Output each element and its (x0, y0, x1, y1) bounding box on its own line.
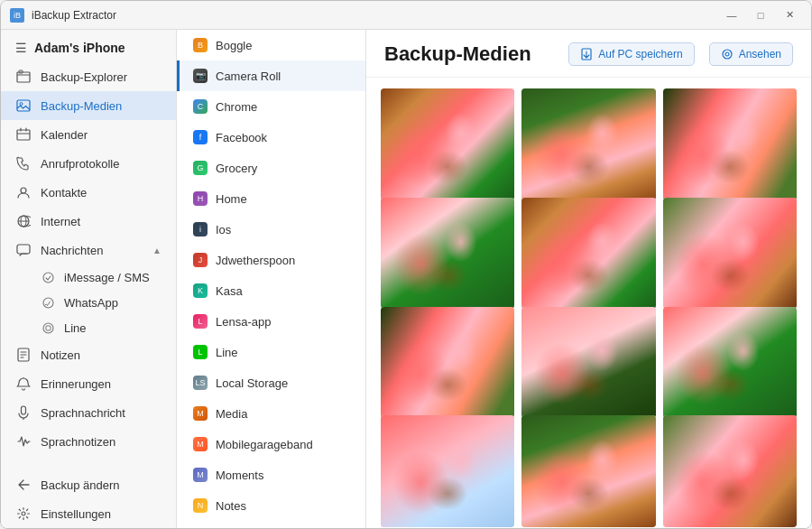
svg-point-15 (22, 512, 25, 515)
photo-thumb-11[interactable] (521, 415, 655, 527)
camera-roll-app-icon: 📷 (192, 68, 208, 84)
middle-item-ios[interactable]: i Ios (177, 214, 365, 245)
middle-item-boggle[interactable]: B Boggle (177, 30, 365, 60)
maximize-button[interactable]: □ (748, 6, 773, 24)
middle-item-label: Lensa-app (216, 315, 271, 329)
sidebar-device-name: Adam's iPhone (34, 41, 125, 55)
view-button[interactable]: Ansehen (709, 42, 793, 66)
middle-item-home[interactable]: H Home (177, 183, 365, 214)
sidebar-sub-item-whatsapp[interactable]: WhatsApp (1, 290, 176, 315)
svg-point-18 (725, 52, 729, 56)
photo-thumb-4[interactable] (381, 198, 514, 310)
sidebar-header: ☰ Adam's iPhone (1, 30, 176, 62)
sidebar-item-internet[interactable]: Internet (1, 207, 176, 236)
middle-item-label: Grocery (216, 162, 257, 175)
sidebar-item-backup-explorer[interactable]: Backup-Explorer (1, 62, 176, 91)
middle-item-label: Ios (216, 223, 231, 237)
middle-item-label: Camera Roll (216, 70, 281, 83)
middle-item-mobilegarageband[interactable]: M Mobilegarageband (177, 429, 365, 459)
sidebar-item-label: Backup-Explorer (41, 70, 127, 84)
middle-item-kasa[interactable]: K Kasa (177, 275, 365, 306)
svg-point-9 (43, 273, 53, 283)
photo-thumb-3[interactable] (663, 88, 797, 200)
photo-thumb-6[interactable] (663, 198, 797, 310)
grocery-app-icon: G (192, 160, 208, 176)
sidebar-item-einstellungen[interactable]: Einstellungen (1, 499, 176, 528)
sidebar-item-kontakte[interactable]: Kontakte (1, 178, 176, 207)
app-window: iB iBackup Extractor — □ ✕ ☰ Adam's iPho… (0, 0, 812, 529)
middle-item-label: Kasa (216, 284, 243, 298)
whatsapp-icon (41, 295, 55, 310)
main-header: Backup-Medien Auf PC speichern Ansehen (366, 30, 811, 78)
svg-point-17 (723, 50, 732, 59)
sidebar-item-label: Erinnerungen (41, 377, 111, 391)
media-app-icon: M (192, 405, 208, 422)
photo-thumb-1[interactable] (381, 88, 514, 200)
sidebar-sub-item-line[interactable]: Line (1, 315, 176, 340)
svg-point-3 (20, 103, 23, 106)
chrome-app-icon: C (192, 98, 208, 115)
sidebar-item-label: Sprachnachricht (41, 406, 125, 420)
sidebar-item-backup-medien[interactable]: Backup-Medien (1, 91, 176, 120)
middle-item-media[interactable]: M Media (177, 398, 365, 429)
line-app-icon: L (192, 344, 208, 360)
middle-item-jdwetherspoon[interactable]: J Jdwetherspoon (177, 245, 365, 275)
photo-thumb-8[interactable] (521, 307, 655, 419)
svg-point-5 (21, 188, 26, 193)
middle-item-line[interactable]: L Line (177, 337, 365, 367)
imessage-icon (41, 270, 55, 284)
photo-thumb-9[interactable] (663, 307, 797, 419)
sidebar-sub-item-imessage[interactable]: iMessage / SMS (1, 264, 176, 290)
close-button[interactable]: ✕ (777, 6, 802, 24)
hamburger-icon[interactable]: ☰ (15, 41, 27, 55)
kalender-icon (15, 126, 32, 143)
minimize-button[interactable]: — (719, 6, 744, 24)
middle-item-grocery[interactable]: G Grocery (177, 153, 365, 183)
middle-item-moments[interactable]: M Moments (177, 459, 365, 490)
backup-medien-icon (15, 97, 32, 114)
middle-item-local-storage[interactable]: LS Local Storage (177, 367, 365, 398)
middle-item-label: Moments (216, 469, 263, 482)
middle-item-notes[interactable]: N Notes (177, 490, 365, 521)
sidebar-item-kalender[interactable]: Kalender (1, 120, 176, 149)
sidebar-item-label: Internet (41, 215, 80, 228)
photo-thumb-2[interactable] (521, 88, 655, 200)
sidebar-item-nachrichten[interactable]: Nachrichten ▲ (1, 236, 176, 264)
middle-item-label: Mobilegarageband (216, 438, 313, 451)
save-to-pc-button[interactable]: Auf PC speichern (568, 42, 694, 66)
anrufprotokolle-icon (15, 155, 32, 172)
mobilegarageband-app-icon: M (192, 436, 208, 452)
sidebar: ☰ Adam's iPhone Backup-Explorer Backup-M… (1, 30, 177, 528)
sidebar-item-backup-aendern[interactable]: Backup ändern (1, 470, 176, 499)
main-panel: Backup-Medien Auf PC speichern Ansehen (366, 30, 811, 528)
photo-thumb-10[interactable] (381, 415, 514, 527)
sidebar-item-erinnerungen[interactable]: Erinnerungen (1, 369, 176, 398)
svg-rect-14 (22, 406, 26, 414)
boggle-app-icon: B (192, 37, 208, 53)
photo-thumb-12[interactable] (663, 415, 797, 527)
middle-item-camera-roll[interactable]: 📷 Camera Roll (177, 60, 365, 91)
sidebar-item-label: Nachrichten (41, 244, 103, 257)
sidebar-item-anrufprotokolle[interactable]: Anrufprotokolle (1, 149, 176, 178)
sidebar-item-label: Anrufprotokolle (41, 157, 119, 171)
nachrichten-icon (15, 242, 32, 258)
sprachnachricht-icon (15, 404, 32, 421)
moments-app-icon: M (192, 467, 208, 483)
photo-thumb-5[interactable] (521, 198, 655, 310)
notes-app-icon: N (192, 497, 208, 514)
sidebar-sub-item-label: WhatsApp (64, 296, 118, 310)
backup-explorer-icon (15, 69, 32, 85)
kontakte-icon (15, 184, 32, 200)
middle-item-chrome[interactable]: C Chrome (177, 91, 365, 122)
middle-item-facebook[interactable]: f Facebook (177, 122, 365, 153)
sidebar-item-label: Notizen (41, 348, 80, 362)
titlebar-left: iB iBackup Extractor (10, 8, 116, 23)
sidebar-item-sprachnachricht[interactable]: Sprachnachricht (1, 398, 176, 427)
sidebar-item-sprachnotizen[interactable]: Sprachnotizen (1, 427, 176, 456)
svg-rect-8 (17, 245, 30, 254)
middle-item-lensa-app[interactable]: L Lensa-app (177, 306, 365, 337)
sidebar-item-label: Kalender (41, 128, 88, 142)
jdwetherspoon-app-icon: J (192, 252, 208, 268)
sidebar-item-notizen[interactable]: Notizen (1, 340, 176, 369)
photo-thumb-7[interactable] (381, 307, 514, 419)
